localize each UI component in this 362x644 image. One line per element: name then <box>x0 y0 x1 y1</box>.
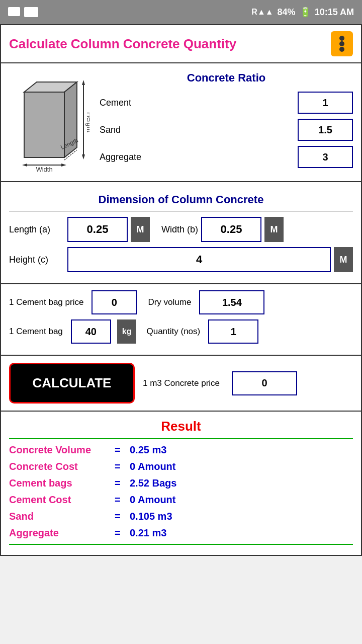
svg-text:Width: Width <box>36 166 52 173</box>
cement-price-row: 1 Cement bag price Dry volume <box>9 290 353 314</box>
result-key-5: Aggregate <box>9 527 115 539</box>
dry-volume-input[interactable] <box>199 290 264 314</box>
battery-text: 84% <box>278 7 296 18</box>
result-eq-3: = <box>115 494 130 506</box>
calculate-button[interactable]: CALCULATE <box>9 363 135 404</box>
time-display: 10:15 AM <box>315 7 354 18</box>
sand-label: Sand <box>100 125 160 135</box>
result-val-5: 0.21 m3 <box>130 527 166 539</box>
result-row-2: Cement bags = 2.52 Bags <box>9 477 353 489</box>
height-unit: M <box>334 247 353 272</box>
menu-icon[interactable] <box>331 31 353 56</box>
result-val-3: 0 Amount <box>130 494 175 506</box>
svg-marker-9 <box>61 164 66 167</box>
calc-section: CALCULATE 1 m3 Concrete price <box>1 356 361 412</box>
width-unit: M <box>264 217 284 242</box>
aggregate-ratio-row: Aggregate <box>100 146 353 168</box>
concrete-price-label: 1 m3 Concrete price <box>143 378 220 388</box>
width-input[interactable] <box>201 217 261 242</box>
result-title: Result <box>9 419 353 434</box>
result-val-0: 0.25 m3 <box>130 444 166 456</box>
result-val-1: 0 Amount <box>130 461 175 472</box>
result-section: Result Concrete Volume = 0.25 m3 Concret… <box>1 412 361 555</box>
height-row: Height (c) M <box>9 247 353 272</box>
screen-icon <box>8 7 20 16</box>
sand-input[interactable] <box>298 119 353 141</box>
dry-volume-label: Dry volume <box>148 297 191 307</box>
app-container: Calculate Column Concrete Quantity <box>0 24 362 556</box>
signal-icon: R▲▲ <box>251 8 273 17</box>
result-eq-2: = <box>115 477 130 489</box>
svg-marker-8 <box>22 164 27 167</box>
cement-bag-weight-input[interactable] <box>71 319 111 344</box>
result-top-divider <box>9 438 353 439</box>
result-eq-0: = <box>115 444 130 456</box>
ratio-title: Concrete Ratio <box>100 71 353 85</box>
length-label: Length (a) <box>9 224 64 235</box>
concrete-ratio-section: Height Width Length Concrete Ratio Cemen… <box>1 63 361 182</box>
menu-dot-2 <box>339 41 344 46</box>
result-val-4: 0.105 m3 <box>130 511 172 522</box>
kg-badge: kg <box>117 319 137 344</box>
ratio-fields: Concrete Ratio Cement Sand Aggregate <box>100 71 353 173</box>
price-section: 1 Cement bag price Dry volume 1 Cement b… <box>1 284 361 356</box>
aggregate-label: Aggregate <box>100 152 160 163</box>
cement-bag-label: 1 Cement bag <box>9 327 63 337</box>
menu-dot-1 <box>339 36 344 41</box>
dimension-section: Dimension of Column Concrete Length (a) … <box>1 182 361 284</box>
dimension-title: Dimension of Column Concrete <box>9 188 353 212</box>
length-input[interactable] <box>67 217 128 242</box>
svg-marker-4 <box>82 80 85 85</box>
height-input[interactable] <box>67 247 331 272</box>
result-bottom-divider <box>9 544 353 545</box>
result-row-3: Cement Cost = 0 Amount <box>9 494 353 506</box>
result-key-1: Concrete Cost <box>9 461 115 472</box>
svg-marker-5 <box>82 154 85 159</box>
result-row-4: Sand = 0.105 m3 <box>9 511 353 522</box>
battery-icon: 🔋 <box>300 7 311 18</box>
result-eq-5: = <box>115 527 130 539</box>
result-eq-1: = <box>115 461 130 472</box>
length-width-row: Length (a) M Width (b) M <box>9 217 353 242</box>
quantity-label: Quantity (nos) <box>146 327 200 337</box>
result-val-2: 2.52 Bags <box>130 477 176 489</box>
result-row-0: Concrete Volume = 0.25 m3 <box>9 444 353 456</box>
app-header: Calculate Column Concrete Quantity <box>1 25 361 63</box>
result-row-5: Aggregate = 0.21 m3 <box>9 527 353 539</box>
quantity-input[interactable] <box>208 319 258 344</box>
cement-bag-price-label: 1 Cement bag price <box>9 297 83 307</box>
result-key-0: Concrete Volume <box>9 444 115 456</box>
width-label: Width (b) <box>153 224 198 235</box>
cement-ratio-row: Cement <box>100 92 353 114</box>
column-diagram: Height Width Length <box>9 72 89 173</box>
cement-bag-price-input[interactable] <box>92 290 137 314</box>
cement-bag-row: 1 Cement bag kg Quantity (nos) <box>9 319 353 344</box>
svg-text:Height: Height <box>85 112 89 133</box>
concrete-price-input[interactable] <box>232 371 297 395</box>
svg-marker-0 <box>24 92 64 157</box>
status-bar: 🖼 R▲▲ 84% 🔋 10:15 AM <box>0 0 362 24</box>
result-key-3: Cement Cost <box>9 494 115 506</box>
result-eq-4: = <box>115 511 130 522</box>
result-key-4: Sand <box>9 511 115 522</box>
app-title: Calculate Column Concrete Quantity <box>9 36 236 52</box>
cement-input[interactable] <box>298 92 353 114</box>
image-icon: 🖼 <box>24 7 38 17</box>
length-unit: M <box>131 217 150 242</box>
aggregate-input[interactable] <box>298 146 353 168</box>
sand-ratio-row: Sand <box>100 119 353 141</box>
menu-dot-3 <box>339 47 344 52</box>
cement-label: Cement <box>100 98 160 108</box>
result-key-2: Cement bags <box>9 477 115 489</box>
height-label: Height (c) <box>9 255 64 265</box>
result-row-1: Concrete Cost = 0 Amount <box>9 461 353 472</box>
